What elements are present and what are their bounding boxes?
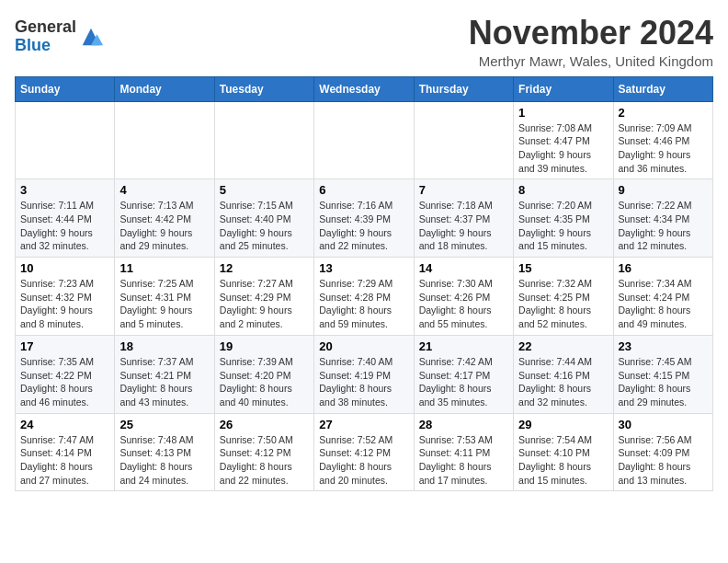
day-info: Sunrise: 7:54 AMSunset: 4:10 PMDaylight:… bbox=[518, 433, 608, 488]
calendar-cell: 21Sunrise: 7:42 AMSunset: 4:17 PMDayligh… bbox=[414, 335, 513, 413]
day-number: 27 bbox=[319, 418, 408, 431]
calendar-week-row: 10Sunrise: 7:23 AMSunset: 4:32 PMDayligh… bbox=[16, 258, 713, 336]
calendar-week-row: 17Sunrise: 7:35 AMSunset: 4:22 PMDayligh… bbox=[16, 335, 713, 413]
title-block: November 2024 Merthyr Mawr, Wales, Unite… bbox=[469, 15, 713, 69]
calendar-cell: 14Sunrise: 7:30 AMSunset: 4:26 PMDayligh… bbox=[414, 258, 513, 336]
calendar-cell: 6Sunrise: 7:16 AMSunset: 4:39 PMDaylight… bbox=[314, 179, 414, 258]
calendar-cell: 11Sunrise: 7:25 AMSunset: 4:31 PMDayligh… bbox=[115, 258, 214, 336]
day-number: 9 bbox=[619, 183, 708, 197]
calendar-cell: 29Sunrise: 7:54 AMSunset: 4:10 PMDayligh… bbox=[514, 413, 613, 491]
day-number: 22 bbox=[518, 339, 608, 353]
calendar-cell: 3Sunrise: 7:11 AMSunset: 4:44 PMDaylight… bbox=[16, 179, 115, 258]
day-info: Sunrise: 7:45 AMSunset: 4:15 PMDaylight:… bbox=[619, 355, 708, 409]
day-info: Sunrise: 7:11 AMSunset: 4:44 PMDaylight:… bbox=[20, 199, 109, 253]
day-info: Sunrise: 7:50 AMSunset: 4:12 PMDaylight:… bbox=[220, 433, 309, 488]
day-info: Sunrise: 7:23 AMSunset: 4:32 PMDaylight:… bbox=[20, 277, 109, 331]
day-number: 29 bbox=[518, 418, 608, 431]
calendar-cell: 24Sunrise: 7:47 AMSunset: 4:14 PMDayligh… bbox=[16, 413, 115, 491]
page-header: General Blue November 2024 Merthyr Mawr,… bbox=[15, 15, 713, 69]
logo-blue: Blue bbox=[15, 36, 51, 54]
day-number: 24 bbox=[20, 418, 109, 431]
day-number: 3 bbox=[20, 183, 109, 197]
day-number: 15 bbox=[518, 261, 608, 275]
calendar-cell: 9Sunrise: 7:22 AMSunset: 4:34 PMDaylight… bbox=[613, 179, 712, 258]
calendar-week-row: 1Sunrise: 7:08 AMSunset: 4:47 PMDaylight… bbox=[16, 101, 713, 179]
calendar-cell: 26Sunrise: 7:50 AMSunset: 4:12 PMDayligh… bbox=[214, 413, 313, 491]
day-number: 6 bbox=[319, 183, 408, 197]
calendar-header-row: SundayMondayTuesdayWednesdayThursdayFrid… bbox=[16, 76, 713, 101]
calendar-cell: 1Sunrise: 7:08 AMSunset: 4:47 PMDaylight… bbox=[514, 101, 613, 179]
calendar-cell: 25Sunrise: 7:48 AMSunset: 4:13 PMDayligh… bbox=[115, 413, 214, 491]
logo-icon bbox=[78, 24, 104, 50]
calendar-cell: 17Sunrise: 7:35 AMSunset: 4:22 PMDayligh… bbox=[16, 335, 115, 413]
logo: General Blue bbox=[15, 18, 104, 55]
day-info: Sunrise: 7:56 AMSunset: 4:09 PMDaylight:… bbox=[619, 433, 708, 488]
weekday-header: Thursday bbox=[414, 76, 513, 101]
calendar-cell bbox=[214, 101, 313, 179]
day-number: 25 bbox=[119, 418, 209, 431]
calendar-cell: 30Sunrise: 7:56 AMSunset: 4:09 PMDayligh… bbox=[613, 413, 712, 491]
day-info: Sunrise: 7:09 AMSunset: 4:46 PMDaylight:… bbox=[619, 121, 708, 176]
weekday-header: Sunday bbox=[16, 76, 115, 101]
calendar-cell bbox=[16, 101, 115, 179]
calendar-cell: 2Sunrise: 7:09 AMSunset: 4:46 PMDaylight… bbox=[613, 101, 712, 179]
calendar-cell: 4Sunrise: 7:13 AMSunset: 4:42 PMDaylight… bbox=[115, 179, 214, 258]
calendar-cell: 12Sunrise: 7:27 AMSunset: 4:29 PMDayligh… bbox=[214, 258, 313, 336]
day-info: Sunrise: 7:08 AMSunset: 4:47 PMDaylight:… bbox=[518, 121, 608, 176]
day-number: 12 bbox=[220, 261, 309, 275]
weekday-header: Monday bbox=[115, 76, 214, 101]
day-info: Sunrise: 7:32 AMSunset: 4:25 PMDaylight:… bbox=[518, 277, 608, 331]
calendar-cell: 10Sunrise: 7:23 AMSunset: 4:32 PMDayligh… bbox=[16, 258, 115, 336]
day-number: 10 bbox=[20, 261, 109, 275]
day-number: 23 bbox=[619, 339, 708, 353]
day-number: 18 bbox=[119, 339, 209, 353]
month-title: November 2024 bbox=[469, 15, 713, 52]
day-number: 4 bbox=[119, 183, 209, 197]
day-info: Sunrise: 7:47 AMSunset: 4:14 PMDaylight:… bbox=[20, 433, 109, 488]
calendar-week-row: 24Sunrise: 7:47 AMSunset: 4:14 PMDayligh… bbox=[16, 413, 713, 491]
weekday-header: Saturday bbox=[613, 76, 712, 101]
day-info: Sunrise: 7:15 AMSunset: 4:40 PMDaylight:… bbox=[220, 199, 309, 253]
calendar-cell bbox=[314, 101, 414, 179]
day-info: Sunrise: 7:18 AMSunset: 4:37 PMDaylight:… bbox=[419, 199, 508, 253]
day-info: Sunrise: 7:39 AMSunset: 4:20 PMDaylight:… bbox=[220, 355, 309, 409]
day-number: 20 bbox=[319, 339, 408, 353]
day-number: 28 bbox=[419, 418, 508, 431]
day-info: Sunrise: 7:20 AMSunset: 4:35 PMDaylight:… bbox=[518, 199, 608, 253]
day-info: Sunrise: 7:27 AMSunset: 4:29 PMDaylight:… bbox=[220, 277, 309, 331]
calendar-cell: 7Sunrise: 7:18 AMSunset: 4:37 PMDaylight… bbox=[414, 179, 513, 258]
day-number: 30 bbox=[619, 418, 708, 431]
calendar-cell: 15Sunrise: 7:32 AMSunset: 4:25 PMDayligh… bbox=[514, 258, 613, 336]
day-info: Sunrise: 7:22 AMSunset: 4:34 PMDaylight:… bbox=[619, 199, 708, 253]
calendar-cell: 13Sunrise: 7:29 AMSunset: 4:28 PMDayligh… bbox=[314, 258, 414, 336]
day-number: 7 bbox=[419, 183, 508, 197]
calendar-table: SundayMondayTuesdayWednesdayThursdayFrid… bbox=[15, 76, 713, 492]
day-number: 21 bbox=[419, 339, 508, 353]
day-number: 11 bbox=[119, 261, 209, 275]
day-number: 14 bbox=[419, 261, 508, 275]
day-info: Sunrise: 7:25 AMSunset: 4:31 PMDaylight:… bbox=[119, 277, 209, 331]
day-info: Sunrise: 7:16 AMSunset: 4:39 PMDaylight:… bbox=[319, 199, 408, 253]
calendar-cell: 16Sunrise: 7:34 AMSunset: 4:24 PMDayligh… bbox=[613, 258, 712, 336]
calendar-cell: 27Sunrise: 7:52 AMSunset: 4:12 PMDayligh… bbox=[314, 413, 414, 491]
location: Merthyr Mawr, Wales, United Kingdom bbox=[469, 53, 713, 69]
day-info: Sunrise: 7:40 AMSunset: 4:19 PMDaylight:… bbox=[319, 355, 408, 409]
day-info: Sunrise: 7:29 AMSunset: 4:28 PMDaylight:… bbox=[319, 277, 408, 331]
day-info: Sunrise: 7:30 AMSunset: 4:26 PMDaylight:… bbox=[419, 277, 508, 331]
day-info: Sunrise: 7:52 AMSunset: 4:12 PMDaylight:… bbox=[319, 433, 408, 488]
day-number: 17 bbox=[20, 339, 109, 353]
calendar-cell: 20Sunrise: 7:40 AMSunset: 4:19 PMDayligh… bbox=[314, 335, 414, 413]
day-info: Sunrise: 7:37 AMSunset: 4:21 PMDaylight:… bbox=[119, 355, 209, 409]
weekday-header: Tuesday bbox=[214, 76, 313, 101]
day-number: 5 bbox=[220, 183, 309, 197]
day-number: 13 bbox=[319, 261, 408, 275]
calendar-cell: 22Sunrise: 7:44 AMSunset: 4:16 PMDayligh… bbox=[514, 335, 613, 413]
logo-general: General bbox=[15, 17, 76, 36]
calendar-cell: 8Sunrise: 7:20 AMSunset: 4:35 PMDaylight… bbox=[514, 179, 613, 258]
day-number: 19 bbox=[220, 339, 309, 353]
day-info: Sunrise: 7:42 AMSunset: 4:17 PMDaylight:… bbox=[419, 355, 508, 409]
calendar-cell bbox=[414, 101, 513, 179]
calendar-cell: 28Sunrise: 7:53 AMSunset: 4:11 PMDayligh… bbox=[414, 413, 513, 491]
day-info: Sunrise: 7:44 AMSunset: 4:16 PMDaylight:… bbox=[518, 355, 608, 409]
weekday-header: Wednesday bbox=[314, 76, 414, 101]
